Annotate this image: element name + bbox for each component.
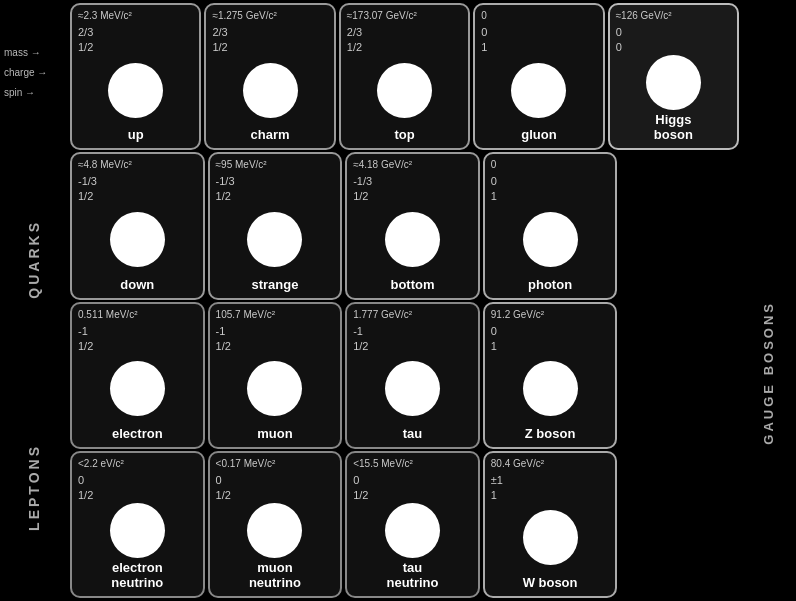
leptons-label: LEPTONS [26,444,42,531]
up-numbers: 2/31/2 [78,25,193,55]
mneutrino-name: muonneutrino [216,560,335,590]
muon-mass: 105.7 MeV/c² [216,308,335,322]
electron-numbers: -11/2 [78,324,197,354]
particle-card-photon: 0 01 photon [483,152,618,299]
higgs-mass: ≈126 GeV/c² [616,9,731,23]
strange-mass: ≈95 MeV/c² [216,158,335,172]
tneutrino-mass: <15.5 MeV/c² [353,457,472,471]
strange-name: strange [216,277,335,292]
higgs-name: Higgsboson [616,112,731,142]
down-mass: ≈4.8 MeV/c² [78,158,197,172]
gluon-mass: 0 [481,9,596,23]
down-numbers: -1/31/2 [78,174,197,204]
charge-label: charge → [4,63,47,83]
eneutrino-numbers: 01/2 [78,473,197,503]
electron-mass: 0.511 MeV/c² [78,308,197,322]
higgs-numbers: 00 [616,25,731,55]
up-mass: ≈2.3 MeV/c² [78,9,193,23]
top-name: top [347,127,462,142]
particle-card-bottom: ≈4.18 GeV/c² -1/31/2 bottom [345,152,480,299]
particle-row-2: ≈4.8 MeV/c² -1/31/2 down ≈95 MeV/c² -1/3… [68,151,741,300]
photon-mass: 0 [491,158,610,172]
tneutrino-name: tauneutrino [353,560,472,590]
zboson-numbers: 01 [491,324,610,354]
gauge-bosons-label: GAUGE BOSONS [761,301,776,445]
photon-numbers: 01 [491,174,610,204]
particle-card-top: ≈173.07 GeV/c² 2/31/2 top [339,3,470,150]
particle-card-down: ≈4.8 MeV/c² -1/31/2 down [70,152,205,299]
gluon-numbers: 01 [481,25,596,55]
particle-card-electron-neutrino: <2.2 eV/c² 01/2 electronneutrino [70,451,205,598]
particle-card-wboson: 80.4 GeV/c² ±11 W boson [483,451,618,598]
wboson-numbers: ±11 [491,473,610,503]
charm-name: charm [212,127,327,142]
particle-card-strange: ≈95 MeV/c² -1/31/2 strange [208,152,343,299]
bottom-mass: ≈4.18 GeV/c² [353,158,472,172]
gluon-name: gluon [481,127,596,142]
particle-card-muon-neutrino: <0.17 MeV/c² 01/2 muonneutrino [208,451,343,598]
wboson-name: W boson [491,575,610,590]
up-name: up [78,127,193,142]
mneutrino-numbers: 01/2 [216,473,335,503]
zboson-name: Z boson [491,426,610,441]
tau-numbers: -11/2 [353,324,472,354]
muon-name: muon [216,426,335,441]
bottom-name: bottom [353,277,472,292]
mass-label: mass → [4,43,41,63]
particle-card-zboson: 91.2 GeV/c² 01 Z boson [483,302,618,449]
tneutrino-numbers: 01/2 [353,473,472,503]
charm-mass: ≈1.275 GeV/c² [212,9,327,23]
particle-card-higgs: ≈126 GeV/c² 00 Higgsboson [608,3,739,150]
particle-card-tau-neutrino: <15.5 MeV/c² 01/2 tauneutrino [345,451,480,598]
spin-label: spin → [4,83,35,103]
electron-name: electron [78,426,197,441]
particle-card-gluon: 0 01 gluon [473,3,604,150]
mneutrino-mass: <0.17 MeV/c² [216,457,335,471]
quarks-label: QUARKS [26,220,42,299]
particle-card-electron: 0.511 MeV/c² -11/2 electron [70,302,205,449]
particle-row-3: 0.511 MeV/c² -11/2 electron 105.7 MeV/c²… [68,301,741,450]
bottom-numbers: -1/31/2 [353,174,472,204]
eneutrino-name: electronneutrino [78,560,197,590]
photon-name: photon [491,277,610,292]
zboson-mass: 91.2 GeV/c² [491,308,610,322]
particle-row-4: <2.2 eV/c² 01/2 electronneutrino <0.17 M… [68,450,741,601]
particle-card-tau: 1.777 GeV/c² -11/2 tau [345,302,480,449]
muon-numbers: -11/2 [216,324,335,354]
particle-card-charm: ≈1.275 GeV/c² 2/31/2 charm [204,3,335,150]
down-name: down [78,277,197,292]
charm-numbers: 2/31/2 [212,25,327,55]
tau-mass: 1.777 GeV/c² [353,308,472,322]
top-mass: ≈173.07 GeV/c² [347,9,462,23]
particle-card-muon: 105.7 MeV/c² -11/2 muon [208,302,343,449]
top-numbers: 2/31/2 [347,25,462,55]
wboson-mass: 80.4 GeV/c² [491,457,610,471]
eneutrino-mass: <2.2 eV/c² [78,457,197,471]
particle-card-up: ≈2.3 MeV/c² 2/31/2 up [70,3,201,150]
tau-name: tau [353,426,472,441]
particle-row-1: ≈2.3 MeV/c² 2/31/2 up ≈1.275 GeV/c² 2/31… [68,0,741,151]
strange-numbers: -1/31/2 [216,174,335,204]
